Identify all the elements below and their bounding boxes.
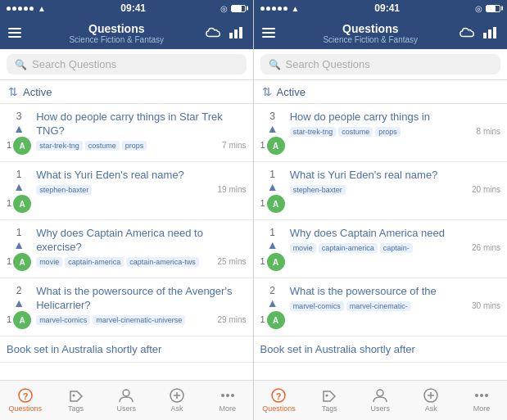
list-item[interactable]: 3 ▲ 1 A How do people carry things in st… bbox=[254, 104, 508, 162]
questions-list: 3 ▲ 1 A How do people carry things in St… bbox=[0, 104, 253, 380]
cloud-icon[interactable] bbox=[459, 26, 476, 39]
tab-users[interactable]: Users bbox=[355, 381, 405, 420]
question-time: 26 mins bbox=[472, 243, 500, 252]
question-tag[interactable]: marvel-comics bbox=[36, 315, 90, 325]
vote-arrow-icon[interactable]: ▲ bbox=[13, 181, 25, 192]
svg-rect-2 bbox=[239, 27, 242, 38]
question-tag[interactable]: star-trek-tng bbox=[290, 127, 337, 137]
nav-bar: Questions Science Fiction & Fantasy bbox=[0, 16, 253, 49]
users-tab-icon bbox=[118, 388, 134, 403]
search-input-wrapper[interactable]: 🔍 Search Questions bbox=[7, 54, 247, 75]
list-item[interactable]: 3 ▲ 1 A How do people carry things in St… bbox=[0, 104, 253, 162]
question-body: What is Yuri Eden's real name? stephen-b… bbox=[290, 169, 500, 195]
vote-arrow-icon[interactable]: ▲ bbox=[267, 123, 278, 134]
tab-questions[interactable]: ? Questions bbox=[0, 381, 51, 420]
vote-arrow-icon[interactable]: ▲ bbox=[13, 123, 25, 134]
chart-icon[interactable] bbox=[482, 26, 499, 39]
question-tag[interactable]: marvel-comics bbox=[290, 301, 344, 311]
list-item[interactable]: Book set in Australia shortly after bbox=[254, 336, 508, 363]
status-bar: ▲ 09:41 ◎ bbox=[254, 0, 508, 16]
answer-badge: A bbox=[13, 253, 31, 271]
answer-badge: A bbox=[267, 195, 285, 213]
question-body: How do people carry things in star-trek-… bbox=[290, 111, 500, 137]
hamburger-button[interactable] bbox=[8, 28, 21, 38]
tab-users[interactable]: Users bbox=[101, 381, 152, 420]
question-title: Book set in Australia shortly after bbox=[7, 343, 247, 357]
list-item[interactable]: Book set in Australia shortly after bbox=[0, 336, 253, 363]
cloud-icon[interactable] bbox=[206, 26, 222, 39]
sort-icon: ⇅ bbox=[8, 85, 18, 98]
question-title[interactable]: Why does Captain America need bbox=[290, 227, 500, 241]
svg-point-25 bbox=[485, 394, 488, 397]
phone-panel-left: ▲ 09:41 ◎ Questions Science Fiction & Fa… bbox=[0, 0, 254, 420]
question-title[interactable]: What is Yuri Eden's real name? bbox=[36, 169, 246, 183]
question-tag[interactable]: costume bbox=[85, 141, 120, 151]
vote-arrow-icon[interactable]: ▲ bbox=[267, 239, 278, 251]
list-item[interactable]: 2 ▲ 1 A What is the powersource of the A… bbox=[0, 278, 253, 336]
question-title[interactable]: Why does Captain America need to exercis… bbox=[36, 227, 246, 255]
vote-count: 1 bbox=[269, 169, 275, 180]
question-tag[interactable]: star-trek-tng bbox=[36, 141, 83, 151]
question-tag[interactable]: marvel-cinematic-universe bbox=[93, 315, 185, 325]
question-tag[interactable]: movie bbox=[36, 257, 62, 267]
search-input-wrapper[interactable]: 🔍 Search Questions bbox=[260, 54, 501, 75]
tags-tab-icon bbox=[321, 388, 337, 403]
tab-tags[interactable]: Tags bbox=[304, 381, 355, 420]
list-item[interactable]: 1 ▲ 1 A Why does Captain America need to… bbox=[0, 220, 253, 278]
question-title[interactable]: What is the powersource of the Avenger's… bbox=[36, 285, 246, 313]
tab-questions[interactable]: ? Questions bbox=[254, 381, 305, 420]
vote-arrow-icon[interactable]: ▲ bbox=[13, 239, 25, 251]
list-item[interactable]: 1 ▲ 1 A What is Yuri Eden's real name? s… bbox=[254, 162, 508, 220]
vote-arrow-icon[interactable]: ▲ bbox=[13, 297, 25, 309]
vote-count: 1 bbox=[16, 169, 22, 180]
status-left: ▲ bbox=[7, 4, 46, 13]
chart-icon[interactable] bbox=[229, 26, 245, 39]
question-title[interactable]: How do people carry things in Star Trek … bbox=[36, 111, 246, 138]
vote-count: 2 bbox=[269, 285, 275, 296]
question-title[interactable]: What is the powersource of the bbox=[290, 285, 500, 299]
vote-arrow-icon[interactable]: ▲ bbox=[267, 297, 278, 309]
list-item[interactable]: 1 ▲ 1 A Why does Captain America need mo… bbox=[254, 220, 508, 278]
signal-dot-5 bbox=[283, 7, 287, 11]
list-item[interactable]: 2 ▲ 1 A What is the powersource of the m… bbox=[254, 278, 508, 336]
tab-ask[interactable]: Ask bbox=[405, 381, 456, 420]
answer-count-row: 1 A bbox=[7, 251, 31, 271]
question-tag[interactable]: movie bbox=[290, 243, 316, 253]
list-item[interactable]: 1 ▲ 1 A What is Yuri Eden's real name? s… bbox=[0, 162, 253, 220]
nav-subtitle: Science Fiction & Fantasy bbox=[282, 35, 460, 44]
answer-badge: A bbox=[13, 311, 31, 329]
question-tag[interactable]: marvel-cinematic- bbox=[346, 301, 411, 311]
location-icon: ◎ bbox=[220, 4, 228, 13]
filter-row[interactable]: ⇅ Active bbox=[0, 80, 253, 104]
question-tag[interactable]: captain-america bbox=[319, 243, 378, 253]
battery-icon bbox=[231, 5, 246, 12]
question-title[interactable]: What is Yuri Eden's real name? bbox=[290, 169, 500, 183]
question-tag[interactable]: props bbox=[375, 127, 401, 137]
svg-point-12 bbox=[231, 394, 234, 397]
tab-tags[interactable]: Tags bbox=[51, 381, 102, 420]
tab-ask[interactable]: Ask bbox=[152, 381, 202, 420]
question-tag[interactable]: captain-america-tws bbox=[126, 257, 199, 267]
search-input[interactable]: Search Questions bbox=[32, 58, 116, 70]
signal-dot-4 bbox=[24, 7, 28, 11]
question-meta: stephen-baxter 19 mins bbox=[36, 185, 246, 195]
tab-more[interactable]: More bbox=[202, 381, 253, 420]
nav-title: Questions bbox=[282, 22, 460, 35]
question-title[interactable]: How do people carry things in bbox=[290, 111, 500, 124]
users-tab-label: Users bbox=[117, 404, 137, 413]
question-tag[interactable]: captain- bbox=[380, 243, 413, 253]
question-tag[interactable]: stephen-baxter bbox=[290, 185, 346, 195]
hamburger-button[interactable] bbox=[262, 28, 275, 38]
filter-row[interactable]: ⇅ Active bbox=[254, 80, 508, 104]
question-tag[interactable]: captain-america bbox=[65, 257, 124, 267]
tab-more[interactable]: More bbox=[456, 381, 507, 420]
nav-icons bbox=[459, 26, 499, 39]
answer-count-row: 1 A bbox=[260, 135, 285, 155]
more-tab-label: More bbox=[473, 404, 491, 413]
questions-list: 3 ▲ 1 A How do people carry things in st… bbox=[254, 104, 508, 380]
search-input[interactable]: Search Questions bbox=[286, 58, 370, 70]
question-tag[interactable]: props bbox=[122, 141, 147, 151]
vote-arrow-icon[interactable]: ▲ bbox=[267, 181, 278, 192]
question-tag[interactable]: stephen-baxter bbox=[36, 185, 92, 195]
question-tag[interactable]: costume bbox=[338, 127, 373, 137]
